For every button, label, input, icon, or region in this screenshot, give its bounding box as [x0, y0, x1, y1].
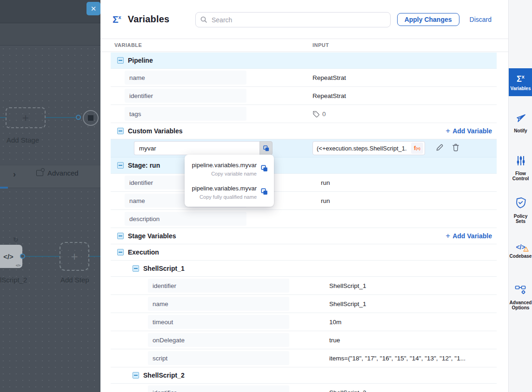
section-row: Execution — [111, 244, 497, 261]
toolbar-tab-policy-sets[interactable]: Policy Sets — [509, 197, 532, 224]
variables-panel: Σx Variables Apply Changes Discard VARIA… — [100, 0, 508, 392]
canvas-dot-grid — [0, 46, 100, 392]
section-row: Custom Variables+Add Variable — [111, 123, 497, 139]
variable-fqn: pipeline.variables.myvar — [192, 185, 257, 192]
search-box — [195, 12, 391, 27]
edge-line — [45, 117, 79, 118]
variables-sigma-icon: Σx — [517, 74, 525, 84]
edge-line — [25, 256, 60, 257]
table-header: VARIABLE INPUT — [100, 39, 508, 52]
section-row: Stage Variables+Add Variable — [111, 228, 497, 244]
variable-row: tags 0 — [111, 105, 497, 123]
variable-name-cell: name — [148, 297, 289, 311]
column-variable: VARIABLE — [114, 42, 142, 48]
tab-advanced[interactable]: Advanced — [36, 169, 79, 177]
add-variable-button[interactable]: +Add Variable — [446, 232, 492, 240]
collapse-icon[interactable] — [133, 372, 139, 379]
collapse-icon[interactable] — [117, 128, 124, 134]
plus-icon: + — [71, 249, 78, 264]
variable-value: RepeatStrat — [313, 74, 346, 81]
search-input[interactable] — [195, 12, 391, 27]
add-step-node[interactable]: + — [60, 242, 89, 271]
fx-expression-icon[interactable]: f(x) — [411, 143, 423, 154]
edge-line — [89, 256, 100, 257]
page-title: Variables — [128, 14, 170, 25]
variable-name-cell: identifier — [148, 279, 289, 293]
add-stage-node[interactable]: + — [6, 107, 46, 128]
variable-value: ShellScript_1 — [329, 282, 366, 289]
variable-name-cell: tags — [125, 107, 246, 121]
copy-icon[interactable] — [259, 141, 273, 155]
apply-changes-button[interactable]: Apply Changes — [397, 13, 459, 26]
variable-value: items=("18", "17", "16", "15", "14", "13… — [329, 355, 466, 362]
variable-row: identifier ShellScript_1 — [111, 277, 497, 295]
copy-action-label: Copy variable name — [192, 171, 257, 176]
variable-name-input[interactable] — [134, 141, 259, 155]
paper-plane-icon — [515, 112, 526, 125]
variables-table: Pipelinename RepeatStratidentifier Repea… — [111, 52, 497, 392]
variable-name-cell: onDelegate — [148, 333, 289, 347]
right-toolbar: ΣxVariablesNotifyFlow ControlPolicy Sets… — [508, 0, 532, 392]
collapse-icon[interactable] — [117, 249, 124, 255]
panel-actions: Apply Changes Discard — [397, 13, 492, 26]
sliders-icon — [516, 155, 526, 168]
toolbar-tab-flow-control[interactable]: Flow Control — [509, 155, 532, 181]
stop-node[interactable] — [83, 110, 99, 126]
collapse-icon[interactable] — [117, 57, 124, 64]
add-step-label: Add Step — [60, 276, 89, 284]
step-node-label: lScript_2 — [0, 276, 27, 284]
variable-value: run — [321, 197, 330, 204]
copy-menu-item[interactable]: pipeline.variables.myvar Copy fully qual… — [185, 181, 274, 204]
toolbar-tab-notify[interactable]: Notify — [509, 112, 532, 133]
section-label: ShellScript_1 — [143, 265, 185, 272]
variable-name-cell: identifier — [148, 385, 289, 392]
chevron-right-icon[interactable]: › — [13, 170, 16, 179]
copy-icon[interactable] — [260, 188, 268, 197]
advanced-icon — [36, 170, 43, 176]
variable-row: timeout 10m — [111, 313, 497, 331]
toolbar-tab-codebase[interactable]: </>Codebase — [509, 243, 532, 259]
toolbar-tab-variables[interactable]: ΣxVariables — [509, 68, 532, 96]
variable-value: true — [329, 337, 340, 344]
section-label: Pipeline — [128, 57, 153, 64]
plus-icon: + — [446, 233, 450, 239]
variable-row: description — [111, 210, 497, 228]
variable-row: name run — [111, 192, 497, 210]
collapse-icon[interactable] — [133, 265, 139, 272]
variable-name-cell: name — [125, 71, 246, 85]
delete-variable-button[interactable] — [452, 143, 460, 153]
link-port-icon — [76, 115, 81, 120]
copy-icon[interactable] — [260, 164, 268, 174]
collapse-icon[interactable] — [117, 162, 124, 169]
toolbar-tab-advanced-options[interactable]: Advanced Options — [509, 284, 532, 310]
add-variable-button[interactable]: +Add Variable — [446, 127, 492, 135]
edit-variable-button[interactable] — [435, 143, 444, 153]
copy-menu-item[interactable]: pipeline.variables.myvar Copy variable n… — [185, 157, 274, 181]
panel-header: Σx Variables Apply Changes Discard — [100, 0, 508, 39]
close-panel-button[interactable]: ✕ — [86, 2, 100, 15]
column-input: INPUT — [313, 42, 329, 48]
tab-active-indicator — [0, 187, 8, 189]
variable-row: onDelegate true — [111, 331, 497, 349]
code-icon: </> — [516, 243, 525, 251]
canvas-subtoolbar — [0, 23, 100, 46]
section-label: Stage Variables — [128, 232, 176, 240]
variable-row: identifier ShellScript_2 — [111, 384, 497, 392]
variable-value-input[interactable]: (<+execution.steps.ShellScript_1. f(x) — [313, 141, 425, 155]
tags-value: 0 — [313, 111, 326, 118]
section-label: ShellScript_2 — [143, 372, 185, 379]
discard-button[interactable]: Discard — [470, 16, 492, 23]
plus-icon: + — [446, 128, 450, 134]
step-node-shellscript[interactable]: </> </> — [0, 245, 22, 268]
variable-value: RepeatStrat — [313, 92, 346, 99]
canvas-toolbar — [0, 0, 100, 23]
variables-sigma-icon: Σx — [113, 14, 121, 25]
add-stage-label: Add Stage — [7, 136, 39, 144]
variable-row: identifier RepeatStrat — [111, 87, 497, 105]
collapse-icon[interactable] — [117, 233, 124, 239]
search-icon — [200, 16, 207, 23]
stop-icon — [88, 115, 93, 121]
variable-fqn: pipeline.variables.myvar — [192, 162, 257, 169]
code-mini-icon: </> — [16, 264, 20, 267]
repeat-strategy-icon: ↻ — [13, 236, 19, 243]
